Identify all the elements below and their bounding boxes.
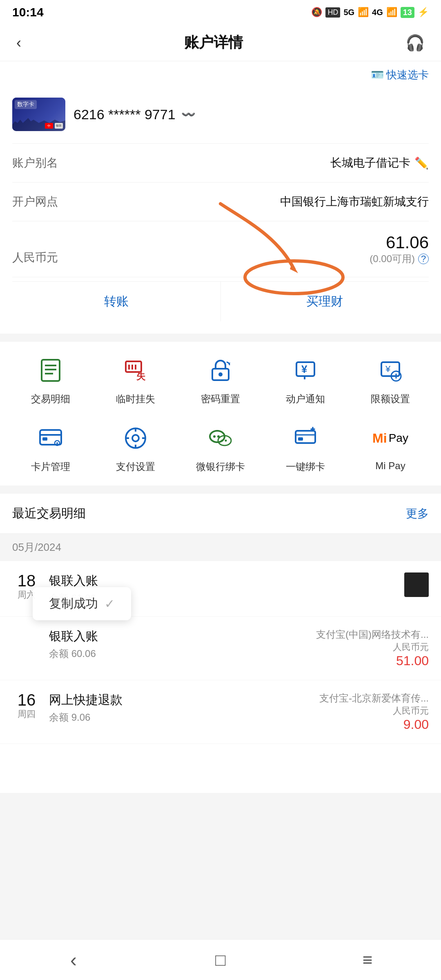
transaction-item-18-2[interactable]: 银联入账 余额 60.06 支付宝(中国)网络技术有... 人民币元 51.00 bbox=[0, 617, 441, 680]
quick-select-button[interactable]: 🪪 快速选卡 bbox=[371, 68, 429, 82]
func-label: 限额设置 bbox=[371, 392, 410, 405]
toast-container: 复制成功 ✓ bbox=[33, 587, 131, 620]
func-label: 交易明细 bbox=[31, 392, 70, 405]
trans-info: 银联入账 余额 60.06 bbox=[49, 628, 316, 660]
toast: 复制成功 ✓ bbox=[33, 587, 131, 620]
func-label: 密码重置 bbox=[201, 392, 240, 405]
function-grid: 交易明细 失 临时挂失 bbox=[0, 342, 441, 486]
func-label: 支付设置 bbox=[116, 460, 155, 473]
card-number: 6216 ****** 9771 〰️ bbox=[74, 107, 196, 122]
password-reset-icon bbox=[204, 354, 237, 387]
charging-icon: ⚡ bbox=[418, 7, 429, 18]
trans-date: 16 周四 bbox=[12, 692, 41, 720]
svg-point-26 bbox=[132, 435, 139, 441]
one-bind-icon bbox=[289, 422, 322, 454]
func-row-1: 交易明细 失 临时挂失 bbox=[8, 354, 433, 405]
transaction-item-16[interactable]: 16 周四 网上快捷退款 余额 9.06 支付宝-北京新爱体育传... 人民币元… bbox=[0, 680, 441, 744]
nav-home-button[interactable]: □ bbox=[196, 948, 245, 972]
func-one-bind[interactable]: 一键绑卡 bbox=[269, 422, 342, 473]
trans-right: 支付宝(中国)网络技术有... 人民币元 51.00 bbox=[316, 628, 429, 668]
month-group: 05月/2024 bbox=[0, 534, 441, 561]
branch-value: 中国银行上海市瑞虹新城支行 bbox=[280, 194, 429, 209]
svg-point-12 bbox=[218, 372, 223, 376]
transfer-button[interactable]: 转账 bbox=[12, 282, 221, 321]
func-payment-setting[interactable]: 支付设置 bbox=[99, 422, 172, 473]
trans-name: 网上快捷退款 bbox=[49, 692, 319, 708]
trans-currency: 人民币元 bbox=[316, 641, 429, 653]
action-buttons: 转账 买理财 bbox=[12, 281, 429, 321]
bottom-nav: ‹ □ ≡ bbox=[0, 939, 441, 980]
header: ‹ 账户详情 🎧 bbox=[0, 24, 441, 61]
back-button[interactable]: ‹ bbox=[16, 34, 21, 51]
func-password-reset[interactable]: 密码重置 bbox=[184, 354, 257, 405]
trans-name: 银联入账 bbox=[49, 628, 316, 645]
trans-merchant: 支付宝-北京新爱体育传... bbox=[319, 692, 429, 705]
svg-rect-6 bbox=[126, 361, 141, 372]
alias-value: 长城电子借记卡 ✏️ bbox=[330, 155, 429, 171]
func-mipay[interactable]: Mi Pay Mi Pay bbox=[354, 422, 427, 473]
card-image: 数字卡 中 银联 bbox=[12, 98, 65, 131]
account-notify-icon: ¥ bbox=[289, 354, 322, 387]
trans-balance: 余额 9.06 bbox=[49, 711, 319, 724]
recent-transactions-section: 最近交易明细 更多 05月/2024 18 周六 银联入账 余额 61.06 复… bbox=[0, 494, 441, 793]
svg-rect-37 bbox=[296, 431, 315, 443]
wechat-bind-icon bbox=[204, 422, 237, 454]
trans-thumbnail bbox=[404, 572, 429, 597]
transaction-item-18-1[interactable]: 18 周六 银联入账 余额 61.06 复制成功 ✓ bbox=[0, 561, 441, 617]
battery-icon: 13 bbox=[401, 7, 414, 18]
balance-label: 人民币元 bbox=[12, 250, 58, 265]
transaction-detail-icon bbox=[34, 354, 67, 387]
func-wechat-bind[interactable]: 微银行绑卡 bbox=[184, 422, 257, 473]
page-title: 账户详情 bbox=[184, 33, 243, 53]
toast-label: 复制成功 bbox=[49, 595, 98, 612]
trans-amount: 9.00 bbox=[319, 717, 429, 732]
wealth-mgmt-button[interactable]: 买理财 bbox=[221, 282, 429, 321]
func-label: Mi Pay bbox=[375, 460, 405, 472]
card-icon: 🪪 bbox=[371, 69, 384, 81]
toggle-visibility-icon[interactable]: 〰️ bbox=[181, 108, 196, 121]
func-label: 卡片管理 bbox=[31, 460, 70, 473]
signal2-icon: 📶 bbox=[386, 7, 397, 18]
func-label: 临时挂失 bbox=[116, 392, 155, 405]
func-row-2: 卡片管理 支付设置 bbox=[8, 422, 433, 473]
status-bar: 10:14 🔕 HD 5G 📶 4G 📶 13 ⚡ bbox=[0, 0, 441, 24]
nav-menu-button[interactable]: ≡ bbox=[343, 948, 392, 972]
func-label: 一键绑卡 bbox=[286, 460, 325, 473]
svg-text:失: 失 bbox=[136, 371, 146, 381]
status-time: 10:14 bbox=[12, 5, 44, 19]
trans-day: 18 bbox=[18, 572, 36, 589]
trans-merchant: 支付宝(中国)网络技术有... bbox=[316, 628, 429, 641]
svg-text:¥: ¥ bbox=[301, 363, 307, 375]
func-account-notify[interactable]: ¥ 动户通知 bbox=[269, 354, 342, 405]
help-icon[interactable]: ? bbox=[418, 254, 429, 264]
recent-header: 最近交易明细 更多 bbox=[0, 494, 441, 534]
func-limit-setting[interactable]: ¥ 限额设置 bbox=[354, 354, 427, 405]
svg-rect-20 bbox=[40, 430, 61, 445]
edit-icon[interactable]: ✏️ bbox=[414, 156, 429, 170]
payment-setting-icon bbox=[119, 422, 152, 454]
account-info: 账户别名 长城电子借记卡 ✏️ 开户网点 中国银行上海市瑞虹新城支行 人民币元 … bbox=[12, 143, 429, 277]
func-transaction-detail[interactable]: 交易明细 bbox=[14, 354, 87, 405]
trans-right: 支付宝-北京新爱体育传... 人民币元 9.00 bbox=[319, 692, 429, 732]
quick-select-area: 🪪 快速选卡 bbox=[0, 61, 441, 85]
trans-info: 网上快捷退款 余额 9.06 bbox=[49, 692, 319, 724]
service-button[interactable]: 🎧 bbox=[405, 34, 425, 52]
svg-point-35 bbox=[221, 440, 223, 442]
trans-name: 银联入账 bbox=[49, 572, 404, 589]
recent-more-button[interactable]: 更多 bbox=[406, 506, 429, 521]
hd-badge: HD bbox=[325, 7, 340, 18]
recent-title: 最近交易明细 bbox=[12, 505, 86, 522]
5g-badge: 5G bbox=[343, 8, 354, 17]
status-icons: 🔕 HD 5G 📶 4G 📶 13 ⚡ bbox=[311, 7, 429, 18]
trans-right bbox=[404, 572, 429, 597]
card-header: 数字卡 中 银联 6216 ****** 9771 〰️ bbox=[12, 98, 429, 131]
alias-row: 账户别名 长城电子借记卡 ✏️ bbox=[12, 144, 429, 183]
card-section: 数字卡 中 银联 6216 ****** 9771 〰️ 账户别名 bbox=[0, 85, 441, 334]
branch-row: 开户网点 中国银行上海市瑞虹新城支行 bbox=[12, 183, 429, 221]
nav-back-button[interactable]: ‹ bbox=[49, 948, 98, 972]
func-card-mgmt[interactable]: 卡片管理 bbox=[14, 422, 87, 473]
trans-balance: 余额 60.06 bbox=[49, 647, 316, 660]
svg-point-36 bbox=[225, 440, 227, 442]
func-label: 微银行绑卡 bbox=[196, 460, 245, 473]
func-suspend[interactable]: 失 临时挂失 bbox=[99, 354, 172, 405]
